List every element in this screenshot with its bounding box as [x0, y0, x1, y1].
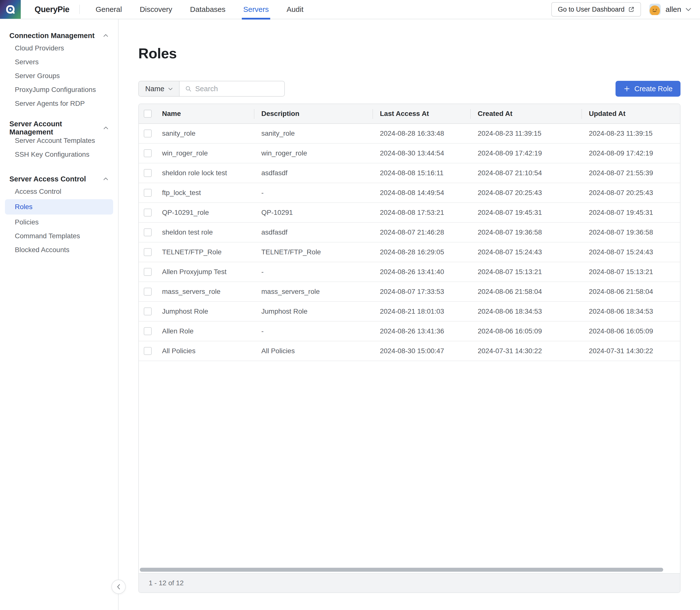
table-row[interactable]: All Policies All Policies 2024-08-30 15:…	[139, 341, 680, 361]
column-header-last-access-at: Last Access At	[372, 104, 470, 123]
table-row[interactable]: Allen Role - 2024-08-26 13:41:36 2024-08…	[139, 322, 680, 341]
row-checkbox-cell	[139, 302, 155, 321]
table-row[interactable]: ftp_lock_test - 2024-08-08 14:49:54 2024…	[139, 183, 680, 203]
sidebar-item-command-templates[interactable]: Command Templates	[0, 229, 118, 243]
brand-title: QueryPie	[35, 5, 69, 14]
search-input[interactable]	[195, 85, 279, 93]
row-checkbox[interactable]	[144, 248, 152, 256]
role-description: -	[254, 189, 372, 197]
sidebar-item-ssh-key-configurations[interactable]: SSH Key Configurations	[0, 148, 118, 161]
role-created-at: 2024-08-07 19:45:31	[470, 209, 581, 216]
row-checkbox[interactable]	[144, 307, 152, 315]
table-row[interactable]: mass_servers_role mass_servers_role 2024…	[139, 282, 680, 302]
user-name: allen	[666, 5, 681, 14]
row-checkbox[interactable]	[144, 189, 152, 197]
filter-field-select[interactable]: Name	[139, 81, 180, 96]
sidebar-item-proxyjump-configurations[interactable]: ProxyJump Configurations	[0, 83, 118, 96]
table-footer: 1 - 12 of 12	[139, 573, 680, 592]
row-checkbox[interactable]	[144, 288, 152, 295]
role-updated-at: 2024-08-06 21:58:04	[581, 288, 680, 295]
chevron-up-icon	[103, 127, 108, 129]
sidebar-item-server-agents-for-rdp[interactable]: Server Agents for RDP	[0, 97, 118, 110]
role-name: ftp_lock_test	[155, 189, 254, 197]
sidebar-item-servers[interactable]: Servers	[0, 55, 118, 69]
role-name: All Policies	[155, 347, 254, 355]
row-checkbox[interactable]	[144, 169, 152, 177]
table-row[interactable]: sheldon test role asdfasdf 2024-08-07 21…	[139, 223, 680, 242]
section-header-connection-management[interactable]: Connection Management	[0, 30, 118, 41]
row-checkbox[interactable]	[144, 228, 152, 236]
role-description: QP-10291	[254, 209, 372, 216]
role-created-at: 2024-08-07 15:24:43	[470, 248, 581, 256]
sidebar-item-cloud-providers[interactable]: Cloud Providers	[0, 42, 118, 55]
role-updated-at: 2024-08-06 16:05:09	[581, 327, 680, 335]
role-name: Jumphost Role	[155, 307, 254, 315]
querypie-logo[interactable]	[0, 0, 21, 19]
role-created-at: 2024-08-06 21:58:04	[470, 288, 581, 295]
sidebar-item-policies[interactable]: Policies	[0, 215, 118, 229]
table-row[interactable]: TELNET/FTP_Role TELNET/FTP_Role 2024-08-…	[139, 242, 680, 262]
sidebar-section-server-account-management: Server Account Management Server Account…	[0, 123, 118, 161]
sidebar-item-server-groups[interactable]: Server Groups	[0, 69, 118, 83]
nav-databases[interactable]: Databases	[181, 0, 234, 19]
role-last-access-at: 2024-08-07 17:33:53	[372, 288, 470, 295]
column-header-created-at: Created At	[470, 104, 581, 123]
row-checkbox-cell	[139, 223, 155, 242]
role-created-at: 2024-08-23 11:39:15	[470, 129, 581, 138]
go-to-user-dashboard-button[interactable]: Go to User Dashboard	[551, 2, 641, 17]
role-name: sheldon role lock test	[155, 169, 254, 177]
horizontal-scrollbar	[139, 568, 680, 573]
role-updated-at: 2024-08-09 17:42:19	[581, 149, 680, 157]
search-box	[180, 81, 284, 96]
toolbar: Name Create Role	[138, 81, 681, 97]
querypie-logo-icon	[4, 3, 17, 16]
nav-discovery[interactable]: Discovery	[131, 0, 181, 19]
table-row[interactable]: win_roger_role win_roger_role 2024-08-30…	[139, 144, 680, 163]
column-header-updated-at: Updated At	[581, 104, 680, 123]
filter-field-label: Name	[145, 85, 164, 93]
role-last-access-at: 2024-08-28 16:33:48	[372, 129, 470, 138]
nav-audit[interactable]: Audit	[278, 0, 312, 19]
table-row[interactable]: sanity_role sanity_role 2024-08-28 16:33…	[139, 124, 680, 144]
go-to-user-dashboard-label: Go to User Dashboard	[558, 6, 624, 13]
section-header-server-access-control[interactable]: Server Access Control	[0, 174, 118, 184]
row-checkbox-cell	[139, 144, 155, 163]
sidebar-item-blocked-accounts[interactable]: Blocked Accounts	[0, 243, 118, 257]
table-row[interactable]: Allen Proxyjump Test - 2024-08-26 13:41:…	[139, 262, 680, 282]
role-last-access-at: 2024-08-07 21:46:28	[372, 228, 470, 236]
role-description: TELNET/FTP_Role	[254, 248, 372, 256]
row-checkbox[interactable]	[144, 149, 152, 157]
role-name: Allen Proxyjump Test	[155, 268, 254, 276]
user-menu[interactable]: allen	[661, 5, 691, 14]
avatar-image	[649, 4, 661, 15]
nav-servers[interactable]: Servers	[234, 0, 278, 19]
table-header-row: Name Description Last Access At Created …	[139, 104, 680, 124]
nav-general[interactable]: General	[87, 0, 131, 19]
table-row[interactable]: sheldon role lock test asdfasdf 2024-08-…	[139, 163, 680, 183]
row-checkbox-cell	[139, 341, 155, 360]
row-checkbox[interactable]	[144, 129, 152, 138]
row-checkbox[interactable]	[144, 347, 152, 355]
select-all-checkbox[interactable]	[144, 110, 152, 118]
role-created-at: 2024-08-06 16:05:09	[470, 327, 581, 335]
role-last-access-at: 2024-08-28 16:29:05	[372, 248, 470, 256]
role-updated-at: 2024-07-31 14:30:22	[581, 347, 680, 355]
user-avatar[interactable]	[649, 4, 661, 15]
role-updated-at: 2024-08-07 20:25:43	[581, 189, 680, 197]
chevron-down-icon	[168, 87, 173, 90]
sidebar-collapse-button[interactable]	[112, 580, 126, 594]
role-description: mass_servers_role	[254, 288, 372, 295]
table-row[interactable]: QP-10291_role QP-10291 2024-08-08 17:53:…	[139, 203, 680, 223]
sidebar-item-access-control[interactable]: Access Control	[0, 185, 118, 198]
row-checkbox[interactable]	[144, 209, 152, 216]
row-checkbox[interactable]	[144, 327, 152, 335]
horizontal-scrollbar-thumb[interactable]	[140, 568, 663, 572]
section-header-server-account-management[interactable]: Server Account Management	[0, 123, 118, 133]
role-last-access-at: 2024-08-08 15:16:11	[372, 169, 470, 177]
role-created-at: 2024-08-07 15:13:21	[470, 268, 581, 276]
row-checkbox[interactable]	[144, 268, 152, 276]
row-checkbox-cell	[139, 183, 155, 203]
sidebar-item-roles[interactable]: Roles	[5, 199, 113, 214]
create-role-button[interactable]: Create Role	[616, 81, 681, 97]
table-row[interactable]: Jumphost Role Jumphost Role 2024-08-21 1…	[139, 302, 680, 322]
